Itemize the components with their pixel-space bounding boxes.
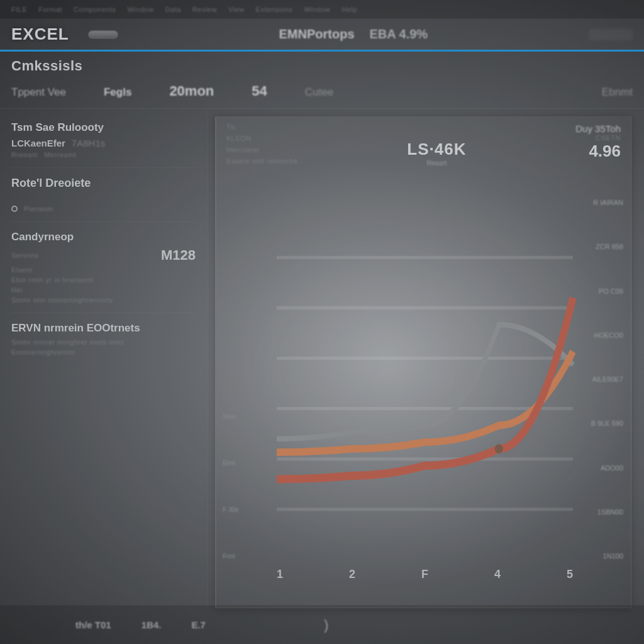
pt-right-mini: CSETN — [575, 134, 621, 142]
x-axis: 1 2 F 4 5 — [277, 566, 573, 582]
menubar: FILE Format Components Window Data Revie… — [0, 0, 644, 19]
chart-panel: Th KLEON Hercosret Essenr nnh rannechs L… — [215, 116, 631, 608]
yr-tick: B 9LE 590 — [579, 419, 623, 427]
side3-mini2: Smmr nnn nnnrernnghrernnrts — [11, 296, 113, 304]
menu-item[interactable]: Data — [165, 6, 181, 13]
side1-mini2: Merreamt — [44, 151, 76, 158]
side3-k2: Elsenr — [11, 266, 33, 274]
side-block-3-title: Candyrneop — [11, 231, 196, 243]
brand-right-icon — [589, 29, 633, 40]
chart-right-value: 4.96 — [575, 142, 621, 161]
yr-tick: AILE90E7 — [579, 375, 623, 383]
side-block-2-title: Rote'l Dreoiete — [11, 177, 196, 190]
menu-item[interactable]: FILE — [11, 6, 27, 13]
yl-tick: Smn — [223, 413, 273, 420]
chart-hero-sub: Ressrt — [407, 159, 466, 167]
yr-tick: ADO00 — [579, 464, 623, 472]
tab-right[interactable]: Ebnmt — [602, 86, 633, 99]
chart-right-label: Duy 35Toh — [575, 123, 621, 134]
menu-item[interactable]: Window — [304, 6, 330, 13]
page-title: Cmkssisls — [11, 58, 633, 74]
tab-20mon[interactable]: 20mon — [169, 83, 214, 99]
tab-fegls[interactable]: Fegls — [104, 86, 131, 99]
brand-pill-icon — [88, 30, 118, 39]
menu-item[interactable]: Review — [192, 6, 217, 13]
side-block-3: Candyrneop Servnns M128 Elsenr Ebin rmin… — [11, 227, 196, 313]
radio-icon[interactable] — [11, 206, 18, 212]
yl-tick: Etml — [223, 460, 273, 467]
footer-paren-icon: ) — [324, 617, 328, 633]
menu-item[interactable]: Window — [127, 6, 153, 13]
chart-panel-wrap: Th KLEON Hercosret Essenr nnh rannechs L… — [208, 109, 644, 608]
pt-left-0: Th — [226, 123, 297, 131]
brand-center-b: EBA 4.9% — [370, 27, 428, 42]
yr-tick: 1SBN00 — [579, 508, 623, 516]
footer-item[interactable]: 1B4. — [142, 619, 162, 630]
tab-row: Tppent Vee Fegls 20mon 54 Cutee Ebnmt — [0, 77, 644, 109]
yl-tick: F 30e — [223, 506, 273, 513]
x-tick: 4 — [494, 568, 501, 581]
yr-tick: 1N100 — [579, 552, 623, 560]
yr-tick: HOECO0 — [579, 331, 623, 339]
side1-key: LCKaenEfer — [11, 138, 65, 148]
x-tick: 5 — [567, 568, 573, 581]
side-block-4: ERVN nrmrein EOOtrnets Smmr nnnrer nnngh… — [11, 318, 196, 365]
x-tick: 2 — [349, 568, 355, 581]
x-tick: 1 — [277, 568, 283, 581]
side-block-1-title: Tsm Sae Ruloooty — [11, 121, 196, 134]
pt-left-2: Hercosret — [226, 146, 297, 153]
y-axis-right: R IAIRAN ZCR 858 PO C09 HOECO0 AILE90E7 … — [579, 199, 623, 560]
yr-tick: R IAIRAN — [579, 199, 623, 206]
main: Tsm Sae Ruloooty LCKaenEfer 7A8H1s Rreea… — [0, 109, 644, 608]
pt-left-1: KLEON — [226, 135, 297, 142]
tab-view[interactable]: Tppent Vee — [11, 86, 66, 99]
chart-plot[interactable] — [277, 224, 573, 560]
menu-item[interactable]: Extensions — [256, 6, 293, 13]
side1-mini1: Rreeam — [11, 151, 38, 158]
subheader: Cmkssisls — [0, 52, 644, 77]
tab-54[interactable]: 54 — [252, 83, 267, 99]
side3-big: M128 — [161, 247, 196, 264]
yl-tick: Fnnl — [223, 553, 273, 560]
pt-left-3: Essenr nnh rannechs — [226, 157, 297, 165]
side-block-2: Rote'l Dreoiete Piensom — [11, 173, 196, 222]
side4-mini2: Ennnrernnghrernnr — [11, 348, 75, 356]
brand-center-a: EMNPortops — [279, 27, 355, 42]
side3-mini1: Ebin rmin yr in trrersornt — [11, 276, 94, 284]
side3-k3: Hei — [11, 286, 23, 294]
footer-bar: th/e T01 1B4. E.7 ) — [0, 605, 644, 644]
app-brand: EXCEL — [11, 25, 69, 44]
side-block-4-title: ERVN nrmrein EOOtrnets — [11, 322, 196, 335]
menu-item[interactable]: View — [228, 6, 245, 13]
brand-bar: EXCEL EMNPortops EBA 4.9% — [0, 19, 644, 52]
chart-svg — [277, 224, 573, 560]
footer-item[interactable]: th/e T01 — [75, 619, 111, 630]
menu-item[interactable]: Format — [38, 6, 62, 13]
chart-hero-value: LS·46K — [407, 140, 466, 159]
menu-item[interactable]: Help — [342, 6, 358, 13]
side-block-1: Tsm Sae Ruloooty LCKaenEfer 7A8H1s Rreea… — [11, 118, 196, 168]
y-axis-left: Smn Etml F 30e Fnnl — [223, 175, 273, 560]
x-tick: F — [421, 568, 428, 581]
peak-dot-icon — [495, 444, 503, 453]
footer-item[interactable]: E.7 — [191, 619, 206, 630]
yr-tick: ZCR 858 — [579, 243, 623, 250]
side1-val: 7A8H1s — [72, 138, 105, 148]
side3-k1: Servnns — [11, 252, 39, 259]
side2-mini: Piensom — [24, 205, 53, 213]
yr-tick: PO C09 — [579, 287, 623, 295]
side4-mini1: Smmr nnnrer nnnghrer nnrts nnnr — [11, 338, 124, 346]
tab-cutee[interactable]: Cutee — [305, 86, 333, 99]
menu-item[interactable]: Components — [74, 6, 116, 13]
sidebar: Tsm Sae Ruloooty LCKaenEfer 7A8H1s Rreea… — [0, 109, 208, 608]
